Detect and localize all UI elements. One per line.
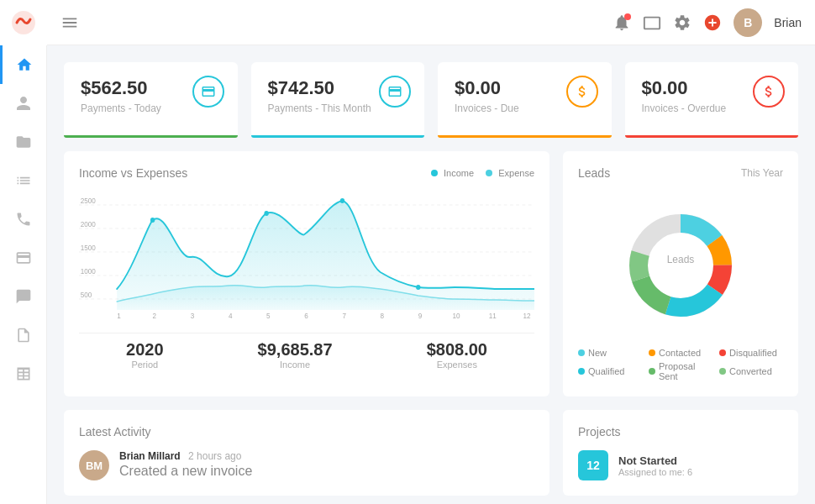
svg-text:500: 500 [81, 291, 92, 299]
projects-card: Projects 12 Not Started Assigned to me: … [563, 410, 798, 496]
legend-proposal: Proposal Sent [649, 361, 712, 381]
leads-period: This Year [741, 167, 783, 179]
svg-text:11: 11 [489, 312, 497, 320]
chart-stat-period: 2020 Period [126, 340, 164, 370]
legend-converted: Converted [719, 361, 783, 381]
svg-text:7: 7 [342, 312, 346, 320]
svg-text:12: 12 [523, 312, 530, 320]
legend-contacted-label: Contacted [659, 348, 701, 358]
hamburger-icon [60, 13, 79, 32]
add-button[interactable] [703, 13, 722, 32]
activity-title: Latest Activity [79, 425, 534, 438]
activity-time: 2 hours ago [188, 450, 241, 462]
svg-point-25 [416, 285, 420, 290]
topnav: B Brian [47, 0, 815, 45]
svg-text:5: 5 [266, 312, 271, 320]
tablet-button[interactable] [643, 13, 661, 32]
svg-text:2000: 2000 [81, 220, 96, 228]
sidebar-item-phone[interactable] [0, 200, 46, 239]
chart-expenses-value: $808.00 [427, 340, 487, 360]
add-circle-icon [703, 13, 722, 32]
app-logo-icon [10, 9, 37, 36]
sidebar [0, 0, 47, 504]
legend-contacted: Contacted [649, 348, 712, 358]
stat-icon-payments-month [379, 76, 411, 108]
sidebar-item-home[interactable] [0, 45, 46, 84]
menu-button[interactable] [60, 13, 79, 32]
notifications-button[interactable] [613, 13, 631, 32]
chat-icon [15, 288, 32, 305]
activity-item: BM Brian Millard 2 hours ago Created a n… [79, 450, 534, 480]
chart-legend: Income Expense [431, 168, 534, 178]
legend-income: Income [431, 168, 474, 178]
svg-point-24 [340, 198, 344, 203]
sidebar-item-creditcard[interactable] [0, 239, 46, 277]
tablet-icon [643, 13, 661, 32]
stat-icon-payments-today [192, 76, 224, 108]
legend-expense: Expense [486, 168, 534, 178]
svg-text:4: 4 [229, 312, 233, 320]
credit-card-icon [15, 249, 32, 266]
legend-disqualified: Disqualified [719, 348, 783, 358]
person-icon [15, 95, 32, 112]
svg-text:10: 10 [452, 312, 460, 320]
leads-card: Leads This Year [563, 151, 798, 396]
qualified-dot [578, 368, 585, 375]
dollar2-icon [761, 84, 776, 99]
table-icon [15, 365, 32, 382]
svg-text:Leads: Leads [667, 254, 695, 265]
sidebar-item-folder[interactable] [0, 123, 46, 161]
topnav-right: B Brian [613, 8, 802, 37]
chart-title: Income vs Expenses [79, 166, 187, 180]
sidebar-logo[interactable] [0, 0, 47, 45]
sidebar-item-chat[interactable] [0, 277, 46, 316]
chart-card: Income vs Expenses Income Expense [64, 151, 549, 396]
chart-stats: 2020 Period $9,685.87 Income $808.00 Exp… [79, 333, 534, 370]
main-area: B Brian $562.50 Payments - Today $742.50… [47, 0, 815, 504]
svg-text:2500: 2500 [81, 197, 96, 205]
disqualified-dot [719, 349, 726, 356]
settings-button[interactable] [673, 13, 691, 32]
notification-badge [624, 13, 631, 20]
activity-user-name: Brian Millard [119, 450, 181, 462]
project-name: Not Started [618, 454, 692, 467]
sidebar-item-document[interactable] [0, 316, 46, 354]
project-sub: Assigned to me: 6 [618, 467, 692, 477]
stat-card-invoices-due: $0.00 Invoices - Due [438, 62, 612, 138]
leads-header: Leads This Year [578, 166, 783, 180]
dollar-icon [575, 84, 590, 99]
avatar[interactable]: B [734, 8, 762, 37]
topnav-left [60, 13, 79, 32]
legend-qualified: Qualified [578, 361, 642, 381]
legend-proposal-label: Proposal Sent [659, 361, 712, 381]
activity-content: Brian Millard 2 hours ago Created a new … [119, 450, 252, 479]
svg-text:9: 9 [418, 312, 423, 320]
user-name: Brian [774, 16, 802, 29]
sidebar-item-person[interactable] [0, 84, 46, 123]
stat-card-invoices-overdue: $0.00 Invoices - Overdue [625, 62, 799, 138]
leads-title: Leads [578, 166, 610, 180]
home-icon [16, 56, 33, 73]
sidebar-item-list[interactable] [0, 161, 46, 200]
activity-card: Latest Activity BM Brian Millard 2 hours… [64, 410, 549, 496]
stat-icon-invoices-due [566, 76, 598, 108]
legend-disqualified-label: Disqualified [729, 348, 777, 358]
chart-period-label: Period [126, 360, 164, 370]
donut-container: Leads [578, 190, 783, 341]
chart-income-label: Income [258, 360, 333, 370]
sidebar-item-table[interactable] [0, 354, 46, 393]
svg-text:1: 1 [117, 312, 121, 320]
proposal-dot [649, 368, 655, 375]
projects-title: Projects [578, 425, 783, 438]
chart-period-value: 2020 [126, 340, 164, 360]
phone-icon [15, 211, 32, 228]
chart-expenses-label: Expenses [427, 360, 487, 370]
stats-row: $562.50 Payments - Today $742.50 Payment… [64, 62, 798, 138]
stat-card-payments-month: $742.50 Payments - This Month [251, 62, 425, 138]
content: $562.50 Payments - Today $742.50 Payment… [47, 45, 815, 504]
chart-header: Income vs Expenses Income Expense [79, 166, 534, 180]
svg-text:3: 3 [191, 312, 195, 320]
card2-icon [387, 84, 402, 99]
svg-text:1500: 1500 [81, 244, 96, 252]
activity-avatar: BM [79, 450, 109, 480]
